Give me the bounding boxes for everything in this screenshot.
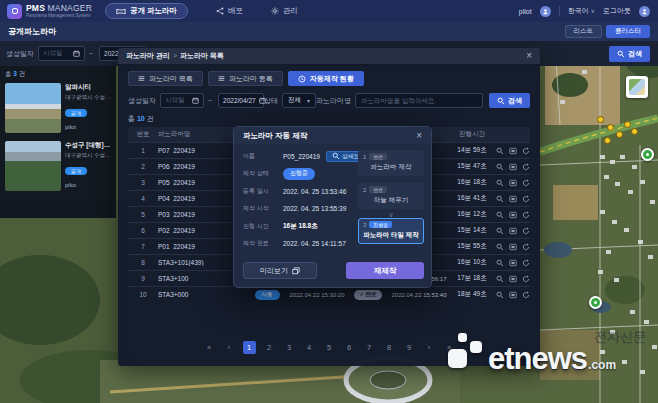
row-detail-button[interactable] <box>507 161 519 173</box>
row-refresh-button[interactable] <box>520 289 532 301</box>
row-refresh-button[interactable] <box>520 209 532 221</box>
start-time: 2022.04.22 15:30:20 <box>286 292 348 298</box>
table-row[interactable]: 10STA3+000자동2022.04.22 15:30:20✓ 완료2022.… <box>128 286 530 302</box>
row-refresh-button[interactable] <box>520 257 532 269</box>
map-marker-point[interactable] <box>607 124 614 131</box>
language-select[interactable]: 한국어 ∨ <box>568 6 595 16</box>
row-detail-button[interactable] <box>507 241 519 253</box>
page-button[interactable]: 9 <box>403 341 416 354</box>
panorama-info: 수성구 [대행]알파시티 ...대구광역시 수성구 대흥동 (...공개pilo… <box>65 141 111 191</box>
list-view-button[interactable]: 리스트 <box>565 25 603 38</box>
map-search-button[interactable]: 검색 <box>609 46 650 62</box>
panorama-list-item[interactable]: 알파시티대구광역시 수성구 대흥동 (...공개pilot <box>5 83 111 133</box>
logout-button[interactable]: 로그아웃 <box>603 6 631 16</box>
step-status-badge: 완료 <box>369 153 387 160</box>
app-logo-icon <box>7 4 22 19</box>
row-detail-button[interactable] <box>507 257 519 269</box>
tab-register[interactable]: 파노라마 등록 <box>208 71 283 86</box>
row-search-button[interactable] <box>494 225 506 237</box>
page-button[interactable]: 3 <box>283 341 296 354</box>
row-detail-button[interactable] <box>507 273 519 285</box>
page-button[interactable]: 2 <box>263 341 276 354</box>
start-date-input[interactable]: 시작일 <box>38 46 85 61</box>
logout-avatar[interactable] <box>639 6 650 17</box>
page-title: 공개파노라마 <box>8 26 56 37</box>
duration: 16분 41초 <box>450 194 494 203</box>
row-detail-button[interactable] <box>507 193 519 205</box>
page-button[interactable]: 8 <box>383 341 396 354</box>
panorama-name-input[interactable] <box>355 93 483 108</box>
row-detail-button[interactable] <box>507 225 519 237</box>
row-search-button[interactable] <box>494 289 506 301</box>
row-search-button[interactable] <box>494 209 506 221</box>
map-marker-panorama[interactable] <box>589 296 602 309</box>
map-marker-point[interactable] <box>631 128 638 135</box>
row-refresh-button[interactable] <box>520 273 532 285</box>
panel-search-button[interactable]: 검색 <box>489 93 530 108</box>
state-select[interactable]: 전체▾ <box>282 93 316 108</box>
row-refresh-button[interactable] <box>520 241 532 253</box>
row-search-button[interactable] <box>494 177 506 189</box>
person-icon <box>542 8 549 15</box>
step-head: 2완료 <box>363 186 419 193</box>
field-label: 진행 시간 <box>243 222 283 231</box>
preview-button[interactable]: 미리보기 <box>243 262 317 279</box>
map-layers-button[interactable] <box>626 76 648 98</box>
map-marker-panorama[interactable] <box>641 148 654 161</box>
page-button[interactable]: 7 <box>363 341 376 354</box>
nav-public-panorama[interactable]: 공개 파노라마 <box>105 3 188 19</box>
tab-auto-production[interactable]: 자동제작 현황 <box>288 71 364 86</box>
result-count: 총 3 건 <box>5 70 111 79</box>
panel-start-date-input[interactable]: 시작일 <box>160 93 204 108</box>
page-arrow[interactable]: › <box>423 341 436 354</box>
panel-close-button[interactable]: × <box>526 51 532 61</box>
duration: 17분 18초 <box>450 274 494 283</box>
menu-icon <box>138 75 145 82</box>
duration: 15분 14초 <box>450 226 494 235</box>
field-value: P05_220419 <box>283 153 320 160</box>
row-detail-button[interactable] <box>507 145 519 157</box>
row-search-button[interactable] <box>494 193 506 205</box>
page-button[interactable]: 5 <box>323 341 336 354</box>
cluster-view-button[interactable]: 클러스터 <box>606 25 650 38</box>
row-refresh-button[interactable] <box>520 145 532 157</box>
row-search-button[interactable] <box>494 257 506 269</box>
panorama-icon <box>116 8 126 15</box>
step-number: 3 <box>363 222 366 228</box>
page-button[interactable]: 6 <box>343 341 356 354</box>
row-search-button[interactable] <box>494 241 506 253</box>
row-refresh-button[interactable] <box>520 225 532 237</box>
panel-end-date-input[interactable]: 2022/04/27 <box>218 93 264 108</box>
page-arrow[interactable]: « <box>203 341 216 354</box>
row-refresh-button[interactable] <box>520 161 532 173</box>
row-detail-button[interactable] <box>507 289 519 301</box>
row-detail-button[interactable] <box>507 209 519 221</box>
row-refresh-button[interactable] <box>520 193 532 205</box>
rebuild-button[interactable]: 재제작 <box>346 262 424 279</box>
page-button[interactable]: 1 <box>243 341 256 354</box>
panorama-list-item[interactable]: 수성구 [대행]알파시티 ...대구광역시 수성구 대흥동 (...공개pilo… <box>5 141 111 191</box>
nav-distribute[interactable]: 배포 <box>216 6 243 16</box>
modal-title: 파노라마 자동 제작 <box>243 131 307 141</box>
row-search-button[interactable] <box>494 273 506 285</box>
top-navigation: 공개 파노라마 배포 관리 <box>105 0 298 22</box>
row-refresh-button[interactable] <box>520 177 532 189</box>
map-marker-point[interactable] <box>616 131 623 138</box>
nav-manage[interactable]: 관리 <box>271 6 298 16</box>
user-avatar[interactable] <box>540 6 551 17</box>
tab-label: 파노라마 등록 <box>229 74 273 84</box>
field-label: 이름 <box>243 152 283 161</box>
date-filter-label: 생성일자 <box>128 96 156 106</box>
row-detail-button[interactable] <box>507 177 519 189</box>
page-button[interactable]: 4 <box>303 341 316 354</box>
chevron-down-icon: ∨ <box>591 8 595 14</box>
row-search-button[interactable] <box>494 161 506 173</box>
gear-icon <box>271 7 279 15</box>
page-arrow[interactable]: ‹ <box>223 341 236 354</box>
map-marker-point[interactable] <box>604 137 611 144</box>
modal-close-button[interactable]: × <box>416 131 422 141</box>
map-marker-point[interactable] <box>624 121 631 128</box>
tab-list[interactable]: 파노라마 목록 <box>128 71 203 86</box>
row-search-button[interactable] <box>494 145 506 157</box>
map-marker-point[interactable] <box>597 116 604 123</box>
